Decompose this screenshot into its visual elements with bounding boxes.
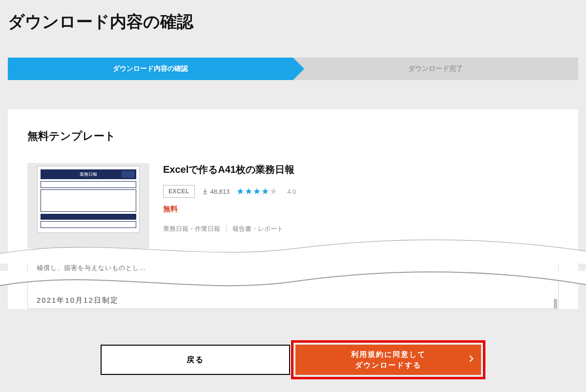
star-icon: ★ [236,187,244,196]
format-badge: EXCEL [163,185,195,198]
page-title: ダウンロード内容の確認 [0,0,586,38]
template-item: 業務日報 Excelで作るA41枚の業務日報 EXCEL 48,813 [27,163,559,248]
progress-steps: ダウンロード内容の確認 ダウンロード完了 [8,58,578,80]
star-icon: ★ [253,187,261,196]
terms-established: 2021年10月12日制定 [37,296,549,305]
thumb-doc-header: 業務日報 [41,169,136,179]
chevron-right-icon [469,354,473,366]
price-label: 無料 [163,205,559,214]
rating-value: 4.0 [287,188,296,195]
template-thumbnail[interactable]: 業務日報 [27,163,149,248]
thumb-doc-field [41,221,136,228]
star-icon: ★ [261,187,269,196]
content-card: 無料テンプレート 業務日報 Excelで作るA41枚の業務日報 EXCEL [8,109,578,309]
thumb-doc-bar [41,214,136,220]
tag-separator [226,226,227,232]
scrollbar-thumb[interactable] [554,299,557,309]
download-count-value: 48,813 [210,188,230,195]
step-confirm: ダウンロード内容の確認 [8,58,293,80]
section-heading: 無料テンプレート [27,129,559,144]
tag[interactable]: 業務日報・作業日報 [163,225,220,233]
agree-highlight: 利用規約に同意して ダウンロードする [291,340,485,379]
template-title: Excelで作るA41枚の業務日報 [163,163,559,176]
star-icon: ★ [270,187,277,196]
rating-stars: ★ ★ ★ ★ ★ [236,187,277,196]
template-tags: 業務日報・作業日報 報告書・レポート [163,225,559,233]
back-button[interactable]: 戻る [101,345,290,375]
thumbnail-doc: 業務日報 [37,166,140,233]
agree-download-button[interactable]: 利用規約に同意して ダウンロードする [295,345,481,375]
action-bar: 戻る 利用規約に同意して ダウンロードする [0,345,586,379]
terms-box[interactable]: 補償し、損害を与えないものとし… 2021年10月12日制定 [27,255,559,309]
agree-line1: 利用規約に同意して [351,350,426,358]
tag[interactable]: 報告書・レポート [232,225,283,233]
terms-fragment: 補償し、損害を与えないものとし… [37,264,549,272]
thumb-doc-field [41,181,136,188]
agree-line2: ダウンロードする [355,361,421,369]
star-icon: ★ [245,187,252,196]
step-complete: ダウンロード完了 [293,58,578,80]
download-icon [202,188,209,195]
download-count: 48,813 [202,188,230,195]
thumb-doc-block [41,189,136,212]
